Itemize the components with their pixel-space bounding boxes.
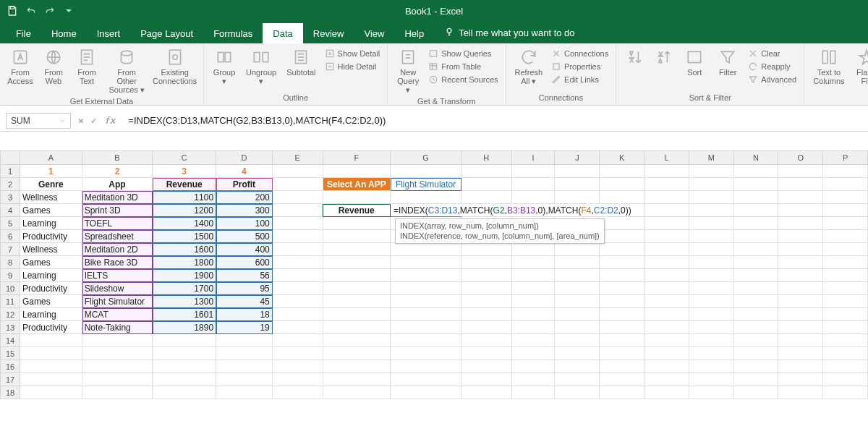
sort-za-button[interactable] xyxy=(651,46,676,68)
cell[interactable] xyxy=(689,386,734,399)
cell[interactable] xyxy=(512,243,556,256)
cell[interactable]: 1600 xyxy=(153,243,216,256)
cell[interactable] xyxy=(823,360,868,373)
cell[interactable] xyxy=(734,243,779,256)
cell[interactable] xyxy=(512,386,556,399)
flash-fill-button[interactable]: Flash Fill xyxy=(852,46,868,87)
cell[interactable] xyxy=(512,360,556,373)
cell[interactable] xyxy=(644,308,689,321)
cell[interactable] xyxy=(689,269,734,282)
tab-view[interactable]: View xyxy=(354,23,394,43)
cell[interactable] xyxy=(273,347,323,360)
cell[interactable] xyxy=(778,256,823,269)
column-header[interactable]: A xyxy=(20,150,82,165)
cell[interactable] xyxy=(216,334,273,347)
cell[interactable] xyxy=(823,269,868,282)
from-other-sources-button[interactable]: From Other Sources ▾ xyxy=(106,46,148,95)
cell[interactable] xyxy=(689,308,734,321)
cell[interactable]: 2 xyxy=(82,165,153,178)
cell[interactable] xyxy=(644,230,689,243)
tab-data[interactable]: Data xyxy=(263,23,302,43)
cell[interactable] xyxy=(512,178,556,191)
cell[interactable] xyxy=(734,165,779,178)
cell[interactable] xyxy=(823,230,868,243)
cell[interactable] xyxy=(778,269,823,282)
cell[interactable]: 1300 xyxy=(153,295,216,308)
cell[interactable] xyxy=(778,386,823,399)
cell[interactable] xyxy=(600,308,644,321)
cell[interactable] xyxy=(555,165,600,178)
cell[interactable] xyxy=(82,334,153,347)
cell[interactable] xyxy=(391,386,461,399)
cell[interactable] xyxy=(153,373,216,386)
cell[interactable] xyxy=(555,191,600,204)
cell[interactable] xyxy=(82,360,153,373)
cell[interactable]: 3 xyxy=(153,165,216,178)
cell[interactable] xyxy=(20,334,82,347)
cell[interactable] xyxy=(644,360,689,373)
cell[interactable] xyxy=(778,334,823,347)
formula-input[interactable]: =INDEX(C3:D13,MATCH(G2,B3:B13,0),MATCH(F… xyxy=(122,115,868,126)
cell[interactable] xyxy=(391,347,461,360)
cell[interactable] xyxy=(778,230,823,243)
cell[interactable]: Flight Simulator xyxy=(391,178,461,191)
cell[interactable] xyxy=(689,204,734,217)
column-header[interactable]: K xyxy=(600,150,644,165)
cell[interactable] xyxy=(778,321,823,334)
cell[interactable] xyxy=(689,360,734,373)
cell[interactable] xyxy=(391,191,461,204)
column-header[interactable]: B xyxy=(82,150,153,165)
cell[interactable] xyxy=(600,230,644,243)
cell[interactable]: 200 xyxy=(216,191,273,204)
cell[interactable] xyxy=(689,321,734,334)
cell[interactable] xyxy=(461,243,512,256)
cell[interactable] xyxy=(273,321,323,334)
cell[interactable]: Productivity xyxy=(20,230,82,243)
cell[interactable] xyxy=(778,204,823,217)
cell[interactable]: App xyxy=(82,178,153,191)
cell[interactable] xyxy=(823,243,868,256)
cell[interactable] xyxy=(600,347,644,360)
cell[interactable] xyxy=(555,308,600,321)
qat-customize-icon[interactable] xyxy=(62,4,75,17)
cell[interactable] xyxy=(461,373,512,386)
cell[interactable] xyxy=(734,204,779,217)
cell[interactable] xyxy=(461,360,512,373)
cell[interactable] xyxy=(323,347,391,360)
cell[interactable] xyxy=(778,217,823,230)
cell[interactable] xyxy=(512,269,556,282)
cell[interactable] xyxy=(644,256,689,269)
cell[interactable] xyxy=(273,243,323,256)
cell[interactable]: 4 xyxy=(216,165,273,178)
cell[interactable] xyxy=(555,243,600,256)
cell[interactable] xyxy=(153,360,216,373)
cell[interactable] xyxy=(20,360,82,373)
cell[interactable] xyxy=(778,347,823,360)
cell[interactable] xyxy=(734,269,779,282)
cell[interactable] xyxy=(734,360,779,373)
cell[interactable] xyxy=(323,334,391,347)
cell[interactable] xyxy=(273,386,323,399)
cell[interactable] xyxy=(512,347,556,360)
cell[interactable] xyxy=(600,386,644,399)
cell[interactable]: Learning xyxy=(20,269,82,282)
cell[interactable] xyxy=(644,347,689,360)
cell[interactable] xyxy=(461,178,512,191)
cell[interactable] xyxy=(555,256,600,269)
connections-button[interactable]: Connections xyxy=(550,48,610,59)
column-header[interactable]: C xyxy=(153,150,216,165)
cell[interactable] xyxy=(555,373,600,386)
cell[interactable] xyxy=(461,282,512,295)
column-header[interactable]: G xyxy=(391,150,461,165)
cell[interactable] xyxy=(153,386,216,399)
sort-button[interactable]: Sort xyxy=(680,46,709,78)
cell[interactable]: Bike Race 3D xyxy=(82,256,153,269)
cell[interactable]: 18 xyxy=(216,308,273,321)
sort-az-button[interactable] xyxy=(622,46,647,68)
cell[interactable] xyxy=(512,334,556,347)
cell[interactable] xyxy=(644,334,689,347)
cell[interactable] xyxy=(823,217,868,230)
cell[interactable] xyxy=(82,373,153,386)
cell[interactable] xyxy=(461,191,512,204)
cell[interactable] xyxy=(600,373,644,386)
